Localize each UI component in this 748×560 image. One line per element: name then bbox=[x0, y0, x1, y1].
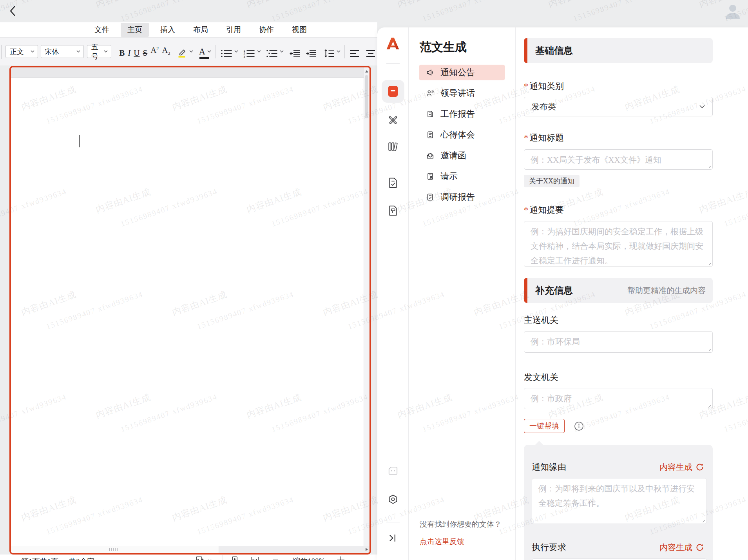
menu-item-survey-report[interactable]: 调研报告 bbox=[419, 189, 505, 205]
resize-handle-icon[interactable] bbox=[707, 403, 711, 408]
multilevel-list-button[interactable] bbox=[264, 45, 279, 58]
chevron-down-icon bbox=[30, 50, 35, 53]
status-bar: 第1页共1页 共0个字 缩放100% bbox=[0, 555, 377, 560]
vertical-scrollbar[interactable] bbox=[364, 67, 369, 546]
line-spacing-button[interactable] bbox=[322, 45, 336, 58]
collapse-panel-button[interactable] bbox=[388, 533, 398, 545]
superscript-button[interactable]: A2 bbox=[149, 45, 160, 58]
tab-view[interactable]: 视图 bbox=[285, 23, 313, 37]
zoom-in-button[interactable] bbox=[337, 556, 345, 560]
template-menu-column: 范文生成 通知公告 领导讲话 工作报告 心得体会 bbox=[409, 27, 516, 560]
horizontal-ruler bbox=[11, 67, 364, 78]
underline-button[interactable]: U bbox=[132, 45, 141, 58]
tab-file[interactable]: 文件 bbox=[88, 23, 116, 37]
plus-icon bbox=[337, 556, 345, 560]
reason-generate-button[interactable]: 内容生成 bbox=[659, 462, 704, 473]
strikethrough-button[interactable]: S bbox=[141, 45, 149, 58]
autofill-button[interactable]: 一键帮填 bbox=[524, 419, 565, 433]
back-button[interactable] bbox=[7, 5, 19, 17]
numbered-list-button[interactable]: 123 bbox=[242, 45, 257, 58]
rail-doc-check[interactable] bbox=[388, 177, 398, 190]
requirements-textarea[interactable]: 例：1. 加强领导，提高意识；2. 周密部署，排除 bbox=[532, 558, 707, 560]
rail-assistant[interactable] bbox=[388, 466, 398, 477]
rail-settings[interactable] bbox=[388, 494, 398, 506]
menu-item-leader-speech[interactable]: 领导讲话 bbox=[419, 85, 505, 101]
horizontal-scrollbar[interactable] bbox=[11, 546, 369, 553]
highlight-color-button[interactable] bbox=[175, 45, 189, 58]
menu-item-notice[interactable]: 通知公告 bbox=[419, 65, 505, 80]
toolbar-edge-divider bbox=[1, 45, 2, 59]
menu-item-reflections[interactable]: 心得体会 bbox=[419, 127, 505, 143]
requirements-generate-button[interactable]: 内容生成 bbox=[659, 542, 704, 553]
main-recipient-input[interactable]: 例：市环保局 bbox=[524, 331, 713, 353]
chevron-down-icon[interactable] bbox=[336, 50, 341, 53]
summary-textarea[interactable]: 例：为搞好国庆期间的安全稳定工作，根据上级文件精神，结合本局实际，现就做好国庆期… bbox=[524, 221, 713, 267]
font-family-select[interactable]: 宋体 bbox=[41, 45, 84, 58]
statusbar-divider bbox=[223, 555, 223, 560]
menu-item-label: 邀请函 bbox=[440, 150, 466, 161]
bullet-list-button[interactable] bbox=[219, 45, 234, 58]
rail-doc-tool-active[interactable] bbox=[382, 80, 404, 103]
resize-handle-icon[interactable] bbox=[701, 518, 705, 522]
indent-icon bbox=[306, 49, 316, 58]
paragraph-style-select[interactable]: 正文 bbox=[5, 45, 38, 58]
info-icon[interactable] bbox=[574, 421, 584, 431]
panel-title: 范文生成 bbox=[420, 39, 515, 55]
menu-item-invitation[interactable]: 邀请函 bbox=[419, 148, 505, 163]
scroll-up-arrow-icon[interactable] bbox=[365, 70, 368, 72]
align-left-button[interactable] bbox=[348, 45, 361, 58]
chevron-down-icon[interactable] bbox=[189, 50, 194, 53]
resize-handle-icon[interactable] bbox=[707, 347, 711, 351]
menu-item-request[interactable]: 请示 bbox=[419, 169, 505, 184]
tab-references[interactable]: 引用 bbox=[219, 23, 248, 37]
align-center-button[interactable] bbox=[364, 45, 377, 58]
title-input[interactable]: 例：XX局关于发布《XX文件》通知 bbox=[524, 149, 713, 170]
required-mark: * bbox=[524, 133, 528, 143]
document-frame bbox=[9, 66, 371, 555]
zoom-out-button[interactable] bbox=[272, 556, 279, 560]
chevron-down-icon[interactable] bbox=[234, 50, 239, 53]
fit-width-button[interactable] bbox=[250, 556, 259, 560]
tab-insert[interactable]: 插入 bbox=[154, 23, 182, 37]
font-size-select[interactable]: 五号 bbox=[87, 45, 111, 58]
subscript-button[interactable]: A2 bbox=[160, 45, 172, 58]
feedback-footer: 没有找到你想要的文体？ 点击这里反馈 bbox=[420, 519, 502, 547]
tab-home[interactable]: 主页 bbox=[121, 23, 149, 37]
italic-button[interactable]: I bbox=[126, 45, 132, 58]
page-count: 第1页共1页 bbox=[21, 556, 58, 560]
font-size-value: 五号 bbox=[91, 42, 103, 61]
app-logo[interactable] bbox=[386, 37, 400, 52]
vertical-scroll-thumb[interactable] bbox=[365, 75, 368, 118]
chevron-down-icon[interactable] bbox=[257, 50, 261, 53]
issuer-input[interactable]: 例：市政府 bbox=[524, 388, 713, 409]
menu-item-work-report[interactable]: 工作报告 bbox=[419, 106, 505, 122]
bold-button[interactable]: B bbox=[118, 45, 126, 58]
title-suggestion-tag[interactable]: 关于XX的通知 bbox=[524, 175, 580, 187]
font-color-button[interactable]: A bbox=[197, 44, 207, 59]
scroll-right-arrow-icon[interactable] bbox=[366, 548, 368, 551]
rail-doc-format[interactable] bbox=[388, 205, 398, 218]
tab-layout[interactable]: 布局 bbox=[187, 23, 215, 37]
decrease-indent-button[interactable] bbox=[288, 45, 302, 58]
rail-library[interactable] bbox=[388, 141, 398, 154]
chevron-down-icon[interactable] bbox=[279, 50, 284, 53]
align-center-icon bbox=[366, 49, 376, 58]
avatar[interactable] bbox=[723, 2, 743, 21]
feedback-link[interactable]: 点击这里反馈 bbox=[420, 536, 502, 547]
panel-icon-rail bbox=[377, 27, 409, 560]
resize-handle-icon[interactable] bbox=[707, 164, 711, 168]
document-page[interactable] bbox=[11, 78, 364, 546]
horizontal-scroll-thumb[interactable] bbox=[11, 546, 219, 553]
edit-mode-button[interactable] bbox=[196, 556, 212, 560]
category-select[interactable]: 发布类 bbox=[524, 97, 713, 116]
document-check-icon bbox=[388, 177, 398, 188]
zoom-level[interactable]: 缩放100% bbox=[293, 556, 325, 560]
increase-indent-button[interactable] bbox=[304, 45, 318, 58]
resize-handle-icon[interactable] bbox=[707, 261, 711, 265]
tab-collaborate[interactable]: 协作 bbox=[252, 23, 281, 37]
rail-design-tools[interactable] bbox=[388, 114, 398, 127]
chevron-down-icon[interactable] bbox=[207, 50, 212, 53]
reason-label: 通知缘由 bbox=[532, 461, 566, 473]
reason-textarea[interactable]: 例：为即将到来的国庆节以及中秋节进行安全稳定筹备工作。 bbox=[532, 478, 707, 524]
fit-page-button[interactable] bbox=[230, 556, 239, 560]
